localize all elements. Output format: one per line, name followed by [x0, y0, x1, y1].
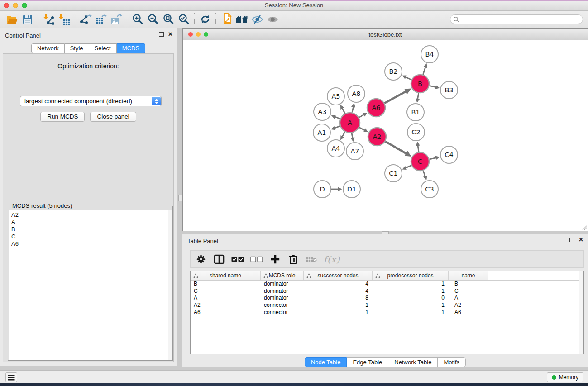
table-cell[interactable]: connector [261, 309, 304, 316]
graph-node-C4[interactable]: C4 [440, 146, 458, 163]
edge-B-B2[interactable] [402, 76, 411, 80]
result-item[interactable]: B [11, 226, 169, 233]
column-header-mcds-role[interactable]: MCDS role [261, 271, 304, 280]
float-panel-button[interactable] [159, 32, 164, 37]
table-cell[interactable]: dominator [261, 288, 304, 295]
zoom-in-button[interactable] [130, 13, 145, 26]
edge-B-B3[interactable] [430, 85, 440, 89]
graph-node-D[interactable]: D [314, 181, 331, 198]
table-cell[interactable]: A [191, 295, 261, 302]
import-network-button[interactable] [41, 13, 57, 26]
graph-node-C[interactable]: C [411, 152, 429, 171]
graph-node-B[interactable]: B [411, 75, 429, 93]
table-cell[interactable]: A6 [191, 309, 261, 316]
function-builder-button[interactable]: f(x) [324, 253, 340, 266]
select-all-columns-button[interactable] [231, 253, 244, 266]
close-panel-button[interactable]: ✕ [168, 32, 173, 37]
column-header-shared-name[interactable]: shared name [191, 271, 261, 280]
table-row[interactable]: Bdominator41B [191, 281, 583, 288]
table-cell[interactable]: B [191, 281, 261, 288]
import-table-button[interactable] [57, 13, 72, 26]
tab-edge-table[interactable]: Edge Table [347, 357, 388, 367]
table-cell[interactable]: A6 [449, 309, 488, 316]
result-item[interactable]: C [11, 233, 169, 240]
tab-mcds[interactable]: MCDS [117, 43, 145, 53]
create-column-button[interactable] [269, 253, 281, 266]
graph-node-B3[interactable]: B3 [440, 81, 458, 99]
edge-C-C2[interactable] [416, 142, 420, 152]
table-cell[interactable]: 1 [373, 309, 449, 316]
edge-C-C1[interactable] [402, 165, 411, 169]
graph-node-B1[interactable]: B1 [407, 104, 424, 121]
graph-node-A4[interactable]: A4 [327, 140, 344, 157]
graph-node-A6[interactable]: A6 [367, 99, 385, 117]
edge-A-A1[interactable] [331, 126, 340, 130]
result-scrollbar[interactable] [168, 210, 172, 360]
graph-node-C2[interactable]: C2 [407, 124, 425, 141]
tab-motifs[interactable]: Motifs [438, 357, 466, 367]
hide-selected-button[interactable] [249, 13, 265, 26]
zoom-out-button[interactable] [145, 13, 161, 26]
refresh-button[interactable] [197, 13, 213, 26]
zoom-fit-button[interactable] [161, 13, 176, 26]
delete-column-button[interactable] [287, 253, 299, 266]
close-panel-button[interactable]: ✕ [578, 238, 583, 242]
run-mcds-button[interactable]: Run MCDS [40, 112, 85, 122]
graph-node-A8[interactable]: A8 [348, 85, 365, 102]
table-cell[interactable]: 1 [373, 302, 449, 309]
zoom-selected-button[interactable] [176, 13, 191, 26]
table-settings-button[interactable] [195, 253, 207, 266]
edge-A-A8[interactable] [351, 103, 355, 113]
export-network-button[interactable] [78, 13, 93, 26]
table-cell[interactable]: A [449, 295, 488, 302]
table-row[interactable]: A6connector11A6 [191, 309, 583, 316]
tab-network-table[interactable]: Network Table [388, 357, 438, 367]
table-cell[interactable]: 1 [304, 302, 373, 309]
export-table-button[interactable] [93, 13, 109, 26]
table-cell[interactable]: A2 [191, 302, 261, 309]
edge-A-A2[interactable] [359, 128, 368, 132]
graph-node-A3[interactable]: A3 [314, 103, 331, 120]
table-cell[interactable]: 1 [373, 281, 449, 288]
edge-A2-C[interactable] [385, 142, 411, 157]
show-all-button[interactable] [265, 13, 280, 26]
edge-A-A4[interactable] [340, 132, 345, 140]
table-cell[interactable]: 8 [304, 295, 373, 302]
table-row[interactable]: Adominator80A [191, 295, 583, 302]
table-cell[interactable]: A2 [449, 302, 488, 309]
graph-node-A2[interactable]: A2 [368, 128, 386, 146]
edge-A6-B[interactable] [384, 89, 411, 103]
table-cell[interactable]: C [449, 288, 488, 295]
optimization-dropdown[interactable]: largest connected component (directed) [20, 96, 162, 106]
table-cell[interactable]: C [191, 288, 261, 295]
table-scrollbar[interactable] [579, 271, 583, 354]
graph-node-A[interactable]: A [340, 113, 360, 133]
deselect-all-columns-button[interactable] [250, 253, 263, 266]
table-row[interactable]: Cdominator41C [191, 288, 583, 295]
column-header-successor-nodes[interactable]: successor nodes [304, 271, 373, 280]
graph-node-D1[interactable]: D1 [343, 181, 360, 198]
result-item[interactable]: A6 [11, 240, 169, 248]
table-row[interactable]: A2connector11A2 [191, 302, 583, 309]
resize-grip[interactable] [581, 224, 587, 230]
edge-B-B1[interactable] [416, 93, 420, 103]
edge-B-B4[interactable] [423, 63, 427, 75]
graph-node-C1[interactable]: C1 [385, 165, 402, 182]
table-cell[interactable]: dominator [261, 295, 304, 302]
column-header-name[interactable]: name [449, 271, 488, 280]
graph-node-A7[interactable]: A7 [346, 143, 363, 160]
tab-node-table[interactable]: Node Table [305, 357, 347, 367]
table-cell[interactable]: dominator [261, 281, 304, 288]
table-cell[interactable]: 0 [373, 295, 449, 302]
task-history-button[interactable] [5, 372, 17, 382]
table-cell[interactable]: B [449, 281, 488, 288]
delete-table-button[interactable] [306, 253, 317, 266]
tab-style[interactable]: Style [65, 43, 89, 53]
open-file-button[interactable] [5, 13, 20, 26]
edge-D-D1[interactable] [331, 187, 342, 191]
edge-A-A3[interactable] [331, 115, 340, 119]
table-cell[interactable]: 1 [304, 309, 373, 316]
show-column-panel-button[interactable] [213, 253, 225, 266]
vertical-splitter-handle[interactable] [178, 195, 182, 201]
save-session-button[interactable] [20, 13, 35, 26]
